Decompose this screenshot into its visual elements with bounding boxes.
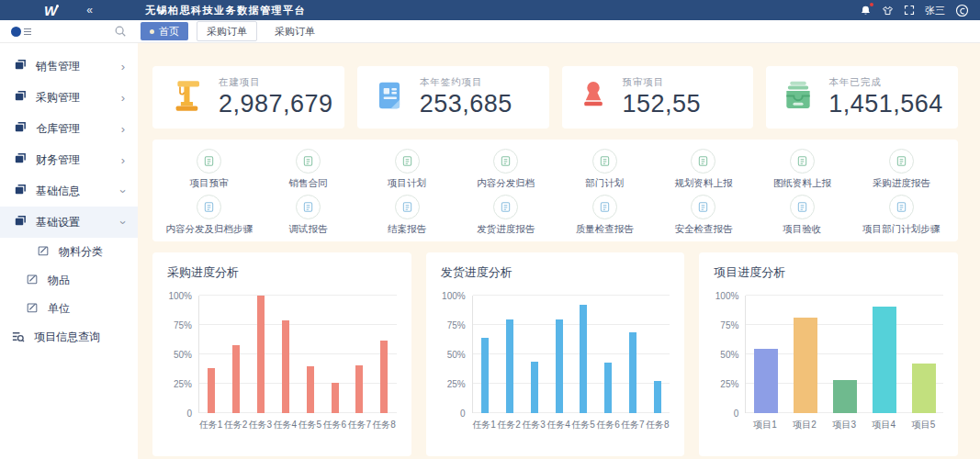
bar-slot: [785, 296, 825, 413]
stat-card-2: 本年签约项目253,685: [357, 66, 549, 129]
y-tick-label: 50%: [174, 350, 192, 360]
sidebar-item-4[interactable]: 财务管理›: [0, 144, 138, 175]
x-tick-label: 项目5: [904, 419, 943, 431]
doc-glyph-icon: [395, 195, 420, 219]
quick-action[interactable]: 项目预审: [160, 149, 259, 190]
menu-toggle-icon[interactable]: [11, 27, 31, 37]
quick-action[interactable]: 结案报告: [357, 195, 456, 236]
x-tick-label: 任务2: [497, 419, 522, 431]
bar-slot: [498, 296, 523, 413]
tab-bar: 首页采购订单采购订单: [141, 21, 324, 41]
quick-action[interactable]: 内容分发归档: [456, 149, 556, 190]
sidebar-item-6[interactable]: 基础设置›: [0, 207, 138, 238]
stat-label: 本年已完成: [828, 76, 943, 89]
chart-card-2: 发货进度分析100%75%50%25%0任务1任务2任务3任务4任务5任务6任务…: [426, 252, 685, 456]
bar: [629, 332, 636, 413]
doc-glyph-icon: [889, 149, 914, 174]
quick-action[interactable]: 采购进度报告: [851, 149, 951, 190]
bell-icon[interactable]: [860, 5, 872, 17]
bar: [873, 307, 896, 413]
bars: [746, 296, 943, 413]
x-axis: 任务1任务2任务3任务4任务5任务6任务7任务8: [472, 419, 670, 431]
y-tick-label: 50%: [720, 350, 738, 360]
quick-action[interactable]: 规划资料上报: [654, 149, 753, 190]
sidebar-subitem-label: 物料分类: [59, 244, 103, 260]
sidebar-collapse-icon[interactable]: «: [86, 4, 93, 17]
sidebar-header: [0, 25, 138, 38]
chevron-right-icon: ›: [121, 123, 125, 135]
x-tick-label: 任务5: [570, 419, 595, 431]
chart-card-3: 项目进度分析100%75%50%25%0项目1项目2项目3项目4项目5: [699, 252, 958, 456]
sidebar-subitem-3[interactable]: 单位: [0, 295, 138, 323]
edit-doc-icon: [37, 244, 50, 260]
x-tick-label: 任务1: [198, 419, 223, 431]
sidebar-subitem-1[interactable]: 物料分类: [0, 238, 138, 266]
sidebar-item-3[interactable]: 仓库管理›: [0, 113, 138, 144]
charts-row: 采购进度分析100%75%50%25%0任务1任务2任务3任务4任务5任务6任务…: [152, 252, 958, 456]
x-tick-label: 项目3: [825, 419, 864, 431]
chart-title: 采购进度分析: [167, 264, 397, 281]
bar-slot: [372, 296, 397, 413]
quick-action[interactable]: 质量检查报告: [556, 195, 655, 236]
theme-shirt-icon[interactable]: [882, 5, 894, 17]
quick-action[interactable]: 项目部门计划步骤: [851, 195, 951, 236]
bar: [332, 383, 339, 413]
quick-action[interactable]: 图纸资料上报: [753, 149, 852, 190]
bar-slot: [546, 296, 571, 413]
sidebar-subitem-4[interactable]: 项目信息查询: [0, 323, 138, 352]
sidebar-subitem-label: 单位: [48, 301, 70, 317]
quick-action[interactable]: 调试报告: [259, 195, 358, 236]
folder-icon: [13, 58, 27, 74]
folder-icon: [13, 183, 27, 199]
quick-action[interactable]: 安全检查报告: [654, 195, 753, 236]
chevron-right-icon: ›: [121, 61, 125, 73]
sidebar-item-5[interactable]: 基础信息›: [0, 175, 138, 207]
bars: [199, 296, 397, 413]
x-tick-label: 任务1: [472, 419, 497, 431]
doc-glyph-icon: [691, 149, 715, 174]
tab-3[interactable]: 采购订单: [265, 22, 324, 40]
quick-action[interactable]: 部门计划: [556, 149, 655, 190]
avatar-icon[interactable]: [955, 4, 969, 17]
y-tick-label: 0: [460, 409, 466, 419]
quick-action-label: 内容分发归档: [477, 177, 535, 190]
quick-action[interactable]: 内容分发及归档步骤: [160, 195, 259, 236]
doc-glyph-icon: [592, 149, 617, 174]
stat-value: 253,685: [420, 90, 513, 118]
tab-2[interactable]: 采购订单: [197, 21, 257, 41]
x-axis: 项目1项目2项目3项目4项目5: [745, 419, 943, 431]
stat-card-1: 在建项目2,987,679: [152, 66, 344, 129]
chart-card-1: 采购进度分析100%75%50%25%0任务1任务2任务3任务4任务5任务6任务…: [152, 252, 411, 456]
quick-action[interactable]: 发货进度报告: [456, 195, 556, 236]
stamp-icon: [577, 78, 610, 117]
search-icon[interactable]: [114, 25, 127, 38]
tab-label: 采购订单: [207, 25, 247, 39]
quick-action[interactable]: 销售合同: [259, 149, 358, 190]
sidebar-item-label: 基础信息: [36, 184, 80, 199]
hamburger-icon: [24, 28, 31, 35]
fullscreen-icon[interactable]: [904, 5, 915, 16]
y-tick-label: 50%: [447, 350, 466, 360]
bar: [232, 345, 240, 413]
quick-action[interactable]: 项目计划: [357, 149, 456, 190]
bar: [654, 381, 661, 413]
tab-1[interactable]: 首页: [141, 22, 188, 40]
bar-slot: [224, 296, 249, 413]
quick-action[interactable]: 项目验收: [753, 195, 852, 236]
x-tick-label: 任务2: [223, 419, 248, 431]
bar-slot: [522, 296, 546, 413]
sidebar-item-2[interactable]: 采购管理›: [0, 82, 138, 113]
sidebar-item-1[interactable]: 销售管理›: [0, 50, 138, 82]
x-tick-label: 任务3: [522, 419, 546, 431]
stat-card-4: 本年已完成1,451,564: [766, 66, 958, 129]
chart-title: 发货进度分析: [441, 264, 670, 281]
chevron-right-icon: ›: [121, 154, 125, 166]
doc-glyph-icon: [395, 149, 420, 174]
username[interactable]: 张三: [925, 4, 945, 17]
bar: [912, 364, 936, 413]
doc-glyph-icon: [493, 195, 518, 219]
sidebar-subitem-2[interactable]: 物品: [0, 266, 138, 295]
quick-action-label: 部门计划: [585, 177, 624, 190]
quick-action-label: 内容分发及归档步骤: [166, 223, 253, 236]
edit-doc-icon: [26, 301, 39, 317]
